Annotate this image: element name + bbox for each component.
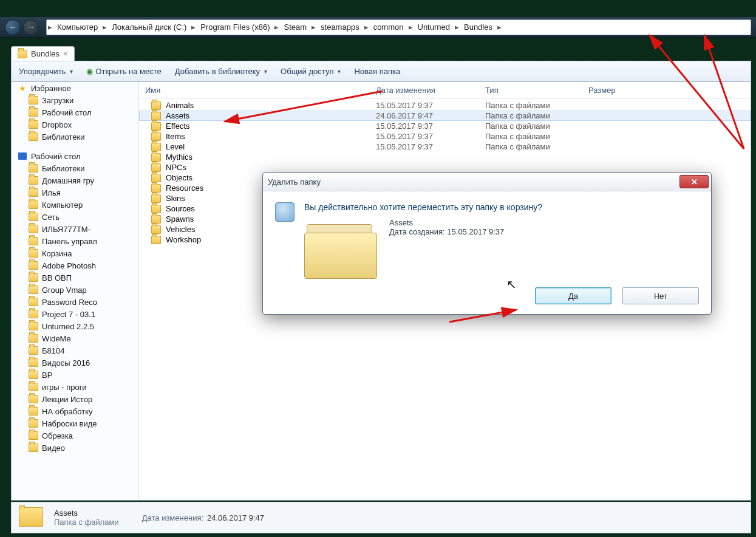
file-row[interactable]: Level15.05.2017 9:37Папка с файлами — [139, 142, 751, 152]
organize-menu[interactable]: Упорядочить — [19, 67, 73, 76]
file-row[interactable]: Mythics — [139, 152, 751, 162]
breadcrumb-segment[interactable]: common — [370, 22, 407, 32]
sidebar-item[interactable]: Домашняя гру — [12, 174, 138, 186]
sidebar-item[interactable]: Лекции Истор — [12, 393, 138, 405]
breadcrumb-segment[interactable]: Program Files (x86) — [197, 22, 273, 32]
file-date: 15.05.2017 9:37 — [376, 142, 485, 151]
tree-icon — [29, 212, 38, 222]
sidebar-item[interactable]: Библиотеки — [12, 162, 138, 174]
column-name[interactable]: Имя — [145, 86, 376, 95]
sidebar-item[interactable]: Видео — [12, 442, 138, 454]
file-type: Папка с файлами — [485, 121, 588, 131]
sidebar-item-label: ВР — [42, 371, 52, 380]
chevron-right-icon: ▸ — [310, 22, 317, 32]
sidebar-item[interactable]: WideMe — [12, 332, 138, 344]
sidebar-item[interactable]: Project 7 - 03.1 — [12, 308, 138, 320]
sidebar-item[interactable]: BB ОВП — [12, 272, 138, 284]
sidebar-item[interactable]: Рабочий стол — [12, 150, 138, 162]
sidebar-item[interactable]: Наброски виде — [12, 417, 138, 429]
tab-bundles[interactable]: Bundles × — [11, 46, 75, 61]
add-to-library-label: Добавить в библиотеку — [175, 67, 260, 76]
tree-icon — [29, 333, 38, 343]
dialog-close-button[interactable]: ✕ — [679, 175, 709, 188]
file-name: Effects — [166, 121, 190, 131]
forward-button[interactable]: → — [23, 19, 39, 35]
sidebar-item[interactable]: Adobe Photosh — [12, 259, 138, 272]
column-headers[interactable]: Имя Дата изменения Тип Размер — [139, 82, 751, 99]
dialog-no-button[interactable]: Нет — [622, 287, 699, 304]
file-row[interactable]: Effects15.05.2017 9:37Папка с файлами — [139, 121, 751, 131]
sidebar-item-label: Adobe Photosh — [42, 261, 96, 270]
file-row[interactable]: Animals15.05.2017 9:37Папка с файлами — [139, 100, 751, 111]
column-modified[interactable]: Дата изменения — [376, 86, 485, 95]
sidebar-item[interactable]: Панель управл — [12, 235, 138, 247]
dialog-titlebar[interactable]: Удалить папку ✕ — [263, 173, 711, 191]
tree-icon — [29, 297, 38, 307]
file-name: Animals — [166, 101, 194, 110]
file-name: Assets — [166, 111, 189, 120]
tree-icon — [29, 120, 38, 129]
sidebar-item[interactable]: Рабочий стол — [12, 106, 138, 118]
sidebar-item[interactable]: Б8104 — [12, 344, 138, 357]
back-button[interactable]: ← — [5, 19, 21, 35]
sidebar-item-label: Библиотеки — [42, 164, 84, 173]
breadcrumb-segment[interactable]: Unturned — [414, 22, 454, 32]
breadcrumb-segment[interactable]: Steam — [280, 22, 310, 32]
sidebar-item[interactable]: Сеть — [12, 211, 138, 223]
chevron-right-icon: ▸ — [407, 22, 414, 32]
breadcrumb-segment[interactable]: Локальный диск (C:) — [108, 22, 190, 32]
file-name: Resources — [166, 183, 203, 193]
breadcrumb-segment[interactable]: steamapps — [317, 22, 363, 32]
sidebar-item[interactable]: ★Избранное — [12, 82, 138, 94]
sidebar-item[interactable]: Dropbox — [12, 118, 138, 131]
status-type: Папка с файлами — [54, 518, 119, 527]
sidebar-item[interactable]: Password Reco — [12, 296, 138, 308]
tree-icon — [29, 406, 38, 416]
chevron-right-icon: ▸ — [101, 22, 108, 32]
share-menu[interactable]: Общий доступ — [281, 67, 341, 76]
tree-icon — [29, 419, 38, 428]
tab-close-icon[interactable]: × — [63, 49, 68, 58]
dialog-folder-icon — [304, 218, 377, 279]
sidebar-item[interactable]: НА обработку — [12, 405, 138, 417]
new-folder-button[interactable]: Новая папка — [354, 67, 400, 76]
sidebar-item[interactable]: Unturned 2.2.5 — [12, 320, 138, 332]
add-to-library-menu[interactable]: Добавить в библиотеку — [175, 67, 267, 76]
breadcrumb[interactable]: ▸Компьютер▸Локальный диск (C:)▸Program F… — [46, 19, 751, 35]
sidebar-item-label: Password Reco — [42, 298, 97, 307]
dialog-item-name: Assets — [389, 218, 504, 227]
file-row[interactable]: Assets24.06.2017 9:47Папка с файлами — [139, 111, 751, 121]
folder-icon — [151, 184, 161, 193]
sidebar-item[interactable]: Библиотеки — [12, 131, 138, 143]
file-row[interactable]: Items15.05.2017 9:37Папка с файлами — [139, 131, 751, 142]
tree-icon — [29, 321, 38, 331]
navigation-sidebar[interactable]: ★ИзбранноеЗагрузкиРабочий столDropboxБиб… — [12, 82, 139, 500]
sidebar-item[interactable]: Компьютер — [12, 199, 138, 211]
file-name: Level — [166, 142, 185, 151]
status-bar: Assets Папка с файлами Дата изменения: 2… — [11, 502, 751, 533]
tree-icon: ★ — [18, 83, 27, 93]
sidebar-item[interactable]: ИЛЬЯ777TM- — [12, 223, 138, 235]
breadcrumb-segment[interactable]: Bundles — [460, 22, 496, 32]
sidebar-item[interactable]: Group Vmap — [12, 284, 138, 296]
sidebar-item[interactable]: Илья — [12, 186, 138, 199]
sidebar-item[interactable]: Видосы 2016 — [12, 357, 138, 369]
file-row[interactable]: NPCs — [139, 162, 751, 173]
sidebar-item[interactable]: Обрезка — [12, 429, 138, 442]
share-label: Общий доступ — [281, 67, 333, 76]
open-in-place-button[interactable]: ◉Открыть на месте — [86, 67, 161, 76]
chevron-right-icon: ▸ — [496, 22, 503, 32]
delete-folder-dialog: Удалить папку ✕ Вы действительно хотите … — [262, 173, 712, 315]
column-type[interactable]: Тип — [485, 86, 588, 95]
folder-icon — [151, 215, 161, 224]
dialog-yes-button[interactable]: Да — [535, 287, 611, 304]
breadcrumb-segment[interactable]: Компьютер — [53, 22, 101, 32]
sidebar-item[interactable]: Корзина — [12, 247, 138, 259]
sidebar-item-label: Загрузки — [42, 96, 73, 105]
sidebar-item[interactable]: игры - проги — [12, 381, 138, 393]
sidebar-item[interactable]: Загрузки — [12, 94, 138, 106]
column-size[interactable]: Размер — [588, 86, 649, 95]
open-in-place-label: Открыть на месте — [95, 67, 161, 76]
sidebar-item[interactable]: ВР — [12, 369, 138, 381]
sidebar-item-label: Рабочий стол — [31, 152, 81, 161]
